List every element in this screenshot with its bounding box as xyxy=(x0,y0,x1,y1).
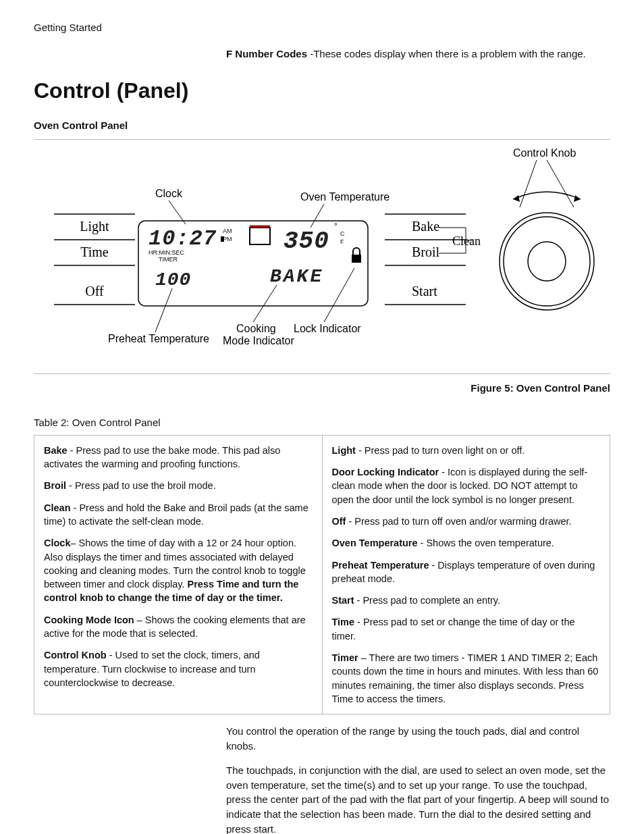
svg-rect-13 xyxy=(352,255,361,263)
bake-desc: - Press pad to use the bake mode. This p… xyxy=(44,445,280,469)
table-title: Table 2: Oven Control Panel xyxy=(34,415,610,429)
svg-marker-19 xyxy=(513,195,520,202)
svg-line-17 xyxy=(520,160,537,207)
light-button[interactable]: Light xyxy=(80,219,109,234)
clean-term: Clean xyxy=(44,502,71,513)
svg-line-22 xyxy=(311,204,324,228)
knob-term: Control Knob xyxy=(44,650,107,660)
intro-rest: -These codes display when there is a pro… xyxy=(310,48,586,59)
svg-line-25 xyxy=(324,268,354,322)
lock-icon xyxy=(352,248,361,263)
clock-value: 10:27 xyxy=(149,226,217,251)
section-header: Getting Started xyxy=(34,20,610,34)
intro-bold: F Number Codes xyxy=(226,48,310,59)
table-col-2: Light - Press pad to turn oven light on … xyxy=(323,436,610,714)
body-paragraph-1: You control the operation of the range b… xyxy=(226,724,610,754)
start-term: Start xyxy=(332,595,354,606)
preheat-value: 100 xyxy=(155,269,191,290)
clean-desc: - Press and hold the Bake and Broil pads… xyxy=(44,502,308,527)
page-title: Control (Panel) xyxy=(34,76,610,106)
am-label: AM xyxy=(223,228,232,234)
mode-value: BAKE xyxy=(270,266,323,287)
broil-button[interactable]: Broil xyxy=(412,244,440,259)
pm-indicator xyxy=(221,236,224,242)
clock-term: Clock xyxy=(44,538,71,548)
svg-line-18 xyxy=(547,160,574,207)
door-term: Door Locking Indicator xyxy=(332,467,439,477)
cookmode-term: Cooking Mode Icon xyxy=(44,615,134,625)
preheat-temp-label: Preheat Temperature xyxy=(108,333,209,344)
pm-label: PM xyxy=(223,236,232,242)
pre-term: Preheat Temperature xyxy=(332,560,429,571)
light-desc: - Press pad to turn oven light on or off… xyxy=(356,445,525,456)
temp-value: 350 xyxy=(284,228,329,255)
f-label: F xyxy=(340,238,344,245)
divider-bottom xyxy=(34,373,610,374)
light-term: Light xyxy=(332,445,356,456)
lock-indicator-label: Lock Indicator xyxy=(294,323,361,334)
svg-point-16 xyxy=(528,242,566,281)
body-paragraph-2: The touchpads, in conjunction with the d… xyxy=(226,763,610,834)
time-term: Time xyxy=(332,617,355,627)
svg-line-23 xyxy=(155,288,172,332)
svg-point-14 xyxy=(500,213,594,310)
time-button[interactable]: Time xyxy=(80,244,109,259)
off-desc: - Press pad to turn off oven and/or warm… xyxy=(346,516,571,527)
table-col-1: Bake - Press pad to use the bake mode. T… xyxy=(34,436,323,714)
broil-desc: - Press pad to use the broil mode. xyxy=(66,480,216,491)
off-term: Off xyxy=(332,516,346,527)
svg-point-15 xyxy=(504,217,590,306)
time-desc: - Press pad to set or change the time of… xyxy=(332,617,575,641)
svg-marker-20 xyxy=(574,195,581,202)
c-label: C xyxy=(340,230,345,237)
element-icon xyxy=(250,228,270,244)
timer-label1: HR:MIN:SEC xyxy=(149,249,185,256)
broil-term: Broil xyxy=(44,480,66,491)
subheading: Oven Control Panel xyxy=(34,118,610,132)
otemp-term: Oven Temperature xyxy=(332,538,418,548)
control-knob-label: Control Knob xyxy=(513,147,576,159)
clean-label: Clean xyxy=(452,234,481,248)
svg-line-24 xyxy=(253,285,277,322)
cooking-mode-label-l2: Mode Indicator xyxy=(223,335,295,346)
clock-label: Clock xyxy=(155,188,183,199)
oven-temp-label: Oven Temperature xyxy=(300,191,390,203)
timer-desc: – There are two timers - TIMER 1 AND TIM… xyxy=(332,652,599,704)
timer-term: Timer xyxy=(332,652,358,663)
right-button-group: Bake Broil Start Clean xyxy=(385,214,481,305)
otemp-desc: - Shows the oven temperature. xyxy=(418,538,554,548)
start-desc: - Press pad to complete an entry. xyxy=(354,595,501,606)
left-button-group: Light Time Off xyxy=(54,214,135,305)
bake-button[interactable]: Bake xyxy=(412,219,439,234)
control-knob[interactable] xyxy=(500,213,594,310)
off-button[interactable]: Off xyxy=(85,284,104,298)
divider-top xyxy=(34,139,610,140)
description-table: Bake - Press pad to use the bake mode. T… xyxy=(34,435,610,714)
intro-line: F Number Codes -These codes display when… xyxy=(226,47,610,61)
figure-caption: Figure 5: Oven Control Panel xyxy=(34,381,610,395)
control-panel-diagram: Light Time Off Bake Broil Start Clean 10… xyxy=(34,147,610,369)
start-button[interactable]: Start xyxy=(412,284,437,298)
bake-term: Bake xyxy=(44,445,68,456)
degree-symbol: ° xyxy=(334,221,338,231)
cooking-mode-label-l1: Cooking xyxy=(236,323,276,334)
timer-label2: TIMER xyxy=(159,256,178,263)
